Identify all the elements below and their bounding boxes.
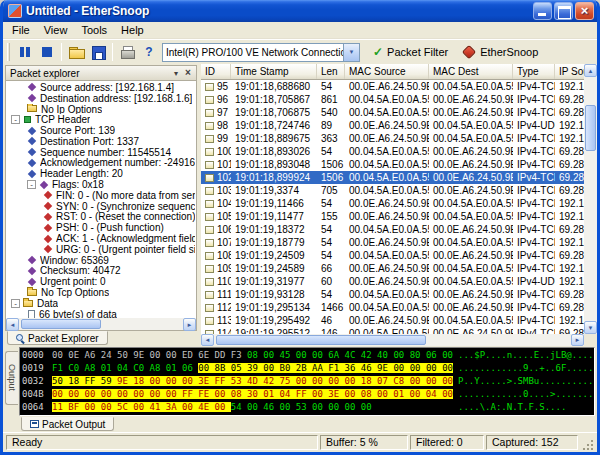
hex-row[interactable]: 000000 0E A6 24 50 9E 00 00 ED 6E DD F3 … — [22, 349, 594, 362]
hex-row[interactable]: 003250 18 FF 59 9E 18 00 00 00 3E FF 53 … — [22, 375, 594, 388]
scroll-left-button[interactable] — [201, 334, 214, 346]
title-bar[interactable]: Untitled - EtherSnoop — [3, 0, 597, 22]
tree-item[interactable]: Destination address: [192.168.1.6] — [7, 93, 195, 104]
packet-row[interactable]: 9519:01:18,6886805400.0E.A6.24.50.9E00.0… — [201, 80, 597, 93]
packet-row[interactable]: 10619:01:19,183725400.04.5A.E0.0A.5500.0… — [201, 223, 597, 236]
packet-row[interactable]: 9819:01:18,7247468900.0E.A6.24.50.9E00.0… — [201, 119, 597, 132]
packet-row[interactable]: 9719:01:18,70687554000.04.5A.E0.0A.5500.… — [201, 106, 597, 119]
column-header-mac-dest[interactable]: MAC Dest — [429, 64, 513, 80]
scrollbar-track[interactable] — [19, 318, 183, 330]
scrollbar-thumb[interactable] — [216, 335, 426, 345]
tab-packet-explorer[interactable]: Packet Explorer — [7, 331, 108, 345]
tree-expander[interactable]: - — [27, 180, 36, 189]
tree-item[interactable]: SYN: 0 - (Synchronize sequence numbers) — [7, 201, 195, 212]
tree-item[interactable]: Checksum: 40472 — [7, 266, 195, 277]
print-button[interactable] — [116, 42, 138, 62]
close-button[interactable] — [575, 2, 594, 20]
pane-close-button[interactable] — [182, 67, 194, 79]
scroll-up-button[interactable] — [584, 64, 597, 77]
hex-row[interactable]: 0019F1 C0 A8 01 04 C0 A8 01 06 00 8B 05 … — [22, 362, 594, 375]
packet-row[interactable]: 10219:01:18,899924150600.04.5A.E0.0A.550… — [201, 171, 597, 184]
packet-row[interactable]: 10019:01:18,8930265400.04.5A.E0.0A.5500.… — [201, 145, 597, 158]
scrollbar-track[interactable] — [584, 77, 597, 321]
packet-row[interactable]: 10419:01:19,114665400.0E.A6.24.50.9E00.0… — [201, 197, 597, 210]
scrollbar-thumb[interactable] — [21, 319, 101, 329]
tree-item[interactable]: -Data — [7, 298, 195, 309]
tree-item[interactable]: No Ip Options — [7, 104, 195, 115]
vertical-scrollbar[interactable] — [584, 64, 597, 334]
adapter-select[interactable]: Intel(R) PRO/100 VE Network Connection — [162, 43, 360, 62]
tree-item[interactable]: Header Length: 20 — [7, 168, 195, 179]
pane-menu-button[interactable] — [170, 67, 182, 79]
output-column: 000000 0E A6 24 50 9E 00 00 ED 6E DD F3 … — [19, 346, 597, 432]
tree-item[interactable]: -Flags: 0x18 — [7, 179, 195, 190]
minimize-button[interactable] — [533, 2, 552, 20]
tree-item[interactable]: Window: 65369 — [7, 255, 195, 266]
packet-row[interactable]: 10319:01:19,337470500.04.5A.E0.0A.5500.0… — [201, 184, 597, 197]
packet-row[interactable]: 10719:01:19,187795400.0E.A6.24.50.9E00.0… — [201, 236, 597, 249]
scroll-down-button[interactable] — [584, 321, 597, 334]
tree-item[interactable]: ACK: 1 - (Acknowledgment field significa… — [7, 233, 195, 244]
grid-horizontal-scrollbar[interactable] — [201, 334, 597, 346]
resize-grip[interactable] — [580, 435, 594, 451]
packet-filter-label: Packet Filter — [387, 46, 448, 58]
tree-item[interactable]: FIN: 0 - (No more data from sender) — [7, 190, 195, 201]
column-header-len[interactable]: Len — [317, 64, 345, 80]
tree-item[interactable]: Acknowledgement number: -2491654 — [7, 158, 195, 169]
tree-item[interactable]: Urgent point: 0 — [7, 276, 195, 287]
packet-filter-button[interactable]: Packet Filter — [366, 42, 455, 62]
app-window: Untitled - EtherSnoop FileViewToolsHelp … — [0, 0, 600, 455]
tree-item[interactable]: 66 byte(s) of data — [7, 309, 195, 318]
tree-horizontal-scrollbar[interactable] — [6, 318, 196, 330]
hex-row[interactable]: 006411 BF 00 00 5C 00 41 3A 00 4E 00 54 … — [22, 401, 594, 414]
tree-item[interactable]: Destination Port: 1337 — [7, 136, 195, 147]
tree-item[interactable]: URG: 0 - (Urgent pointer field significa… — [7, 244, 195, 255]
scrollbar-track[interactable] — [214, 334, 571, 346]
column-header-time-stamp[interactable]: Time Stamp — [231, 64, 317, 80]
save-button[interactable] — [87, 42, 109, 62]
packet-row[interactable]: 10519:01:19,1147715500.0E.A6.24.50.9E00.… — [201, 210, 597, 223]
menu-file[interactable]: File — [5, 23, 37, 37]
packet-row[interactable]: 10919:01:19,245896600.0E.A6.24.50.9E00.0… — [201, 262, 597, 275]
combo-dropdown-button[interactable] — [343, 44, 359, 61]
column-header-ip-source[interactable]: IP Source — [555, 64, 584, 80]
packet-row[interactable]: 10819:01:19,245095400.04.5A.E0.0A.5500.0… — [201, 249, 597, 262]
menu-help[interactable]: Help — [114, 23, 151, 37]
packet-row[interactable]: 11019:01:19,319776000.0E.A6.24.50.9E00.0… — [201, 275, 597, 288]
tree-item[interactable]: Sequence number: 11545514 — [7, 147, 195, 158]
help-button[interactable] — [138, 42, 160, 62]
tree-item[interactable]: No Tcp Options — [7, 287, 195, 298]
tree-item[interactable]: RST: 0 - (Reset the connection) — [7, 212, 195, 223]
menu-view[interactable]: View — [37, 23, 75, 37]
pause-capture-button[interactable] — [14, 42, 36, 62]
scroll-right-button[interactable] — [571, 334, 584, 346]
stop-capture-button[interactable] — [36, 42, 58, 62]
tree-item[interactable]: PSH: 0 - (Push function) — [7, 222, 195, 233]
packet-row[interactable]: 11319:01:19,2954924600.0E.A6.24.50.9E00.… — [201, 314, 597, 327]
tree-item[interactable]: -TCP Header — [7, 114, 195, 125]
tree-item[interactable]: Source Port: 139 — [7, 125, 195, 136]
tree-expander[interactable]: - — [11, 115, 20, 124]
menu-tools[interactable]: Tools — [74, 23, 114, 37]
tree-item[interactable]: Source address: [192.168.1.4] — [7, 82, 195, 93]
tab-packet-output[interactable]: Packet Output — [21, 417, 114, 431]
packet-row[interactable]: 9919:01:18,88967536300.0E.A6.24.50.9E00.… — [201, 132, 597, 145]
hex-row[interactable]: 004B00 00 00 00 00 00 00 00 FF FE 00 08 … — [22, 388, 594, 401]
maximize-button[interactable] — [554, 2, 573, 20]
packet-row[interactable]: 11219:01:19,295134146600.04.5A.E0.0A.550… — [201, 301, 597, 314]
hex-dump-view[interactable]: 000000 0E A6 24 50 9E 00 00 ED 6E DD F3 … — [19, 347, 595, 416]
column-header-type[interactable]: Type — [513, 64, 555, 80]
scroll-right-button[interactable] — [183, 318, 196, 331]
packet-row[interactable]: 11419:01:19,29551214600.04.5A.E0.0A.5500… — [201, 327, 597, 334]
open-button[interactable] — [65, 42, 87, 62]
column-header-mac-source[interactable]: MAC Source — [345, 64, 429, 80]
column-header-id[interactable]: ID — [201, 64, 231, 80]
ethersnoop-button[interactable]: EtherSnoop — [455, 42, 545, 62]
scroll-left-button[interactable] — [6, 318, 19, 331]
scrollbar-thumb[interactable] — [585, 105, 596, 151]
output-side-tab[interactable]: Output — [5, 351, 18, 405]
tree-expander[interactable]: - — [11, 299, 20, 308]
packet-row[interactable]: 11119:01:19,931285400.04.5A.E0.0A.5500.0… — [201, 288, 597, 301]
packet-row[interactable]: 9619:01:18,70586786100.04.5A.E0.0A.5500.… — [201, 93, 597, 106]
packet-row[interactable]: 10119:01:18,893048150600.04.5A.E0.0A.550… — [201, 158, 597, 171]
